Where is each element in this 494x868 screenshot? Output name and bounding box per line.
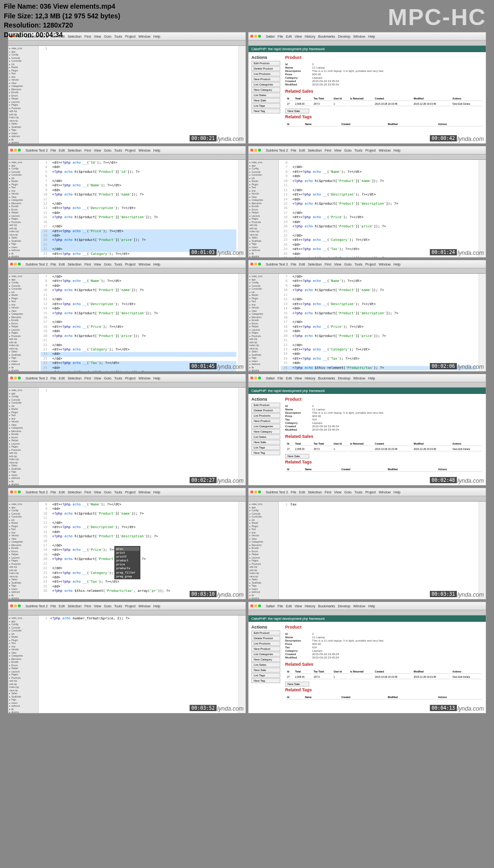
menu-item[interactable]: Project xyxy=(125,604,136,608)
menu-item[interactable]: Safari xyxy=(266,35,274,38)
code-line[interactable]: 9 <dd> xyxy=(281,174,477,179)
menu-item[interactable]: Window xyxy=(379,490,391,494)
code-line[interactable]: 17 </dd> xyxy=(41,224,236,229)
autocomplete-item[interactable]: preg_filter xyxy=(115,571,139,574)
code-line[interactable]: 24 <dt><?php echo __('Tax'); ?></dt> xyxy=(41,580,236,584)
code-line[interactable]: 19 <dd> xyxy=(41,234,236,238)
menu-item[interactable]: Bookmarks xyxy=(318,604,335,608)
menu-item[interactable]: Edit xyxy=(59,149,65,152)
maximize-icon[interactable] xyxy=(258,149,261,152)
code-line[interactable]: 15 <?php echo h($product['Product']['des… xyxy=(41,215,236,220)
code-line[interactable]: 6 xyxy=(41,174,236,179)
code-line[interactable]: 14 <dd> xyxy=(281,197,477,202)
code-line[interactable]: 20 <?php echo h($product['Product']['pri… xyxy=(281,224,477,229)
code-editor[interactable]: 7 </dd>8 <dt><?php echo __('Name'); ?></… xyxy=(279,274,479,372)
menu-item[interactable]: Edit xyxy=(286,604,292,608)
menu-item[interactable]: Goto xyxy=(344,263,352,266)
code-editor[interactable]: 7 </dd>8 <dt><?php echo __('Name'); ?></… xyxy=(39,274,238,372)
code-line[interactable]: 15 <?php echo h($product['Product']['des… xyxy=(281,202,477,206)
menu-item[interactable]: Edit xyxy=(299,149,305,152)
menu-item[interactable]: Goto xyxy=(344,490,352,494)
action-link[interactable]: Delete Product xyxy=(251,408,280,413)
menu-item[interactable]: View xyxy=(334,263,342,266)
code-line[interactable]: 9 <dd> xyxy=(41,284,236,288)
menu-item[interactable]: Project xyxy=(365,149,376,152)
code-line[interactable]: 7 </dd> xyxy=(41,275,236,279)
code-line[interactable]: 18 <dt><?php echo __('Price'); ?></dt> xyxy=(41,325,236,329)
maximize-icon[interactable] xyxy=(18,263,21,266)
code-line[interactable]: 24 <dd> xyxy=(281,352,477,356)
menu-item[interactable]: History xyxy=(305,604,316,608)
file-tree[interactable]: ▸ cake_cms▸ app▸ Config▸ Console▸ Contro… xyxy=(8,274,39,372)
code-line[interactable]: 13 <dt><?php echo __('Description'); ?><… xyxy=(281,193,477,197)
code-line[interactable]: 27 xyxy=(281,370,477,372)
menu-item[interactable]: Project xyxy=(125,490,136,494)
menu-item[interactable]: Tools xyxy=(355,490,362,494)
minimize-icon[interactable] xyxy=(14,604,17,607)
code-line[interactable]: 19 <dd> xyxy=(41,329,236,334)
menu-item[interactable]: Help xyxy=(368,604,375,608)
code-line[interactable]: 12 </dd> xyxy=(281,297,477,302)
code-line[interactable]: 13 <dt><?php echo __('Description'); ?><… xyxy=(41,302,236,307)
file-tree[interactable]: ▸ cake_cms▸ app▸ Config▸ Console▸ Contro… xyxy=(8,388,39,486)
maximize-icon[interactable] xyxy=(258,35,261,38)
code-line[interactable]: 9 <dd> xyxy=(281,284,477,288)
code-line[interactable]: 26 <?php echo h($product['Product']['pri… xyxy=(281,256,477,258)
code-line[interactable]: 20 <?php echo h($product['Product']['pri… xyxy=(281,334,477,338)
action-link[interactable]: Edit Product xyxy=(251,630,280,635)
close-icon[interactable] xyxy=(250,35,253,38)
action-link[interactable]: List Products xyxy=(251,413,280,418)
code-line[interactable]: 12 </dd> xyxy=(41,202,236,206)
code-line[interactable]: 24 <dd> xyxy=(281,243,477,247)
menu-item[interactable]: Selection xyxy=(68,377,82,380)
autocomplete-item[interactable]: products xyxy=(115,566,139,570)
code-line[interactable]: 8 <dt><?php echo __('Name'); ?></dt> xyxy=(41,279,236,283)
new-sale-button[interactable]: New Sale xyxy=(285,682,309,686)
menu-item[interactable]: Selection xyxy=(68,604,82,608)
code-editor[interactable]: 3 <dt><?php echo __('Id'); ?></dt>4 <dd>… xyxy=(39,160,238,258)
code-line[interactable]: 23 </dd> xyxy=(41,357,236,361)
close-icon[interactable] xyxy=(10,377,13,379)
code-line[interactable]: 11 xyxy=(41,293,236,297)
menu-item[interactable]: Tools xyxy=(355,149,362,152)
close-icon[interactable] xyxy=(250,604,253,607)
menu-item[interactable]: Goto xyxy=(104,490,111,494)
autocomplete-item[interactable]: preg_grep xyxy=(115,574,139,578)
menu-item[interactable]: View xyxy=(295,604,302,608)
code-line[interactable]: 15 <?php echo h($product['Product']['des… xyxy=(281,311,477,316)
code-line[interactable]: 22 </dd> xyxy=(281,234,477,238)
code-line[interactable]: 12 </dd> xyxy=(41,521,236,525)
minimap[interactable] xyxy=(479,160,486,258)
action-link[interactable]: New Product xyxy=(251,646,280,651)
code-line[interactable]: 14 <dd> xyxy=(41,307,236,311)
file-tree[interactable]: ▸ cake_cms▸ app▸ Config▸ Console▸ Contro… xyxy=(248,502,279,600)
code-line[interactable]: 8 <dt><?php echo __('Name'); ?></dt> xyxy=(281,170,477,174)
code-line[interactable]: 22 </dd> xyxy=(41,343,236,348)
menu-item[interactable]: Window xyxy=(379,149,391,152)
menu-item[interactable]: Window xyxy=(138,377,151,380)
menu-item[interactable]: File xyxy=(51,604,56,608)
autocomplete-item[interactable]: printf xyxy=(115,555,139,559)
tree-item[interactable]: ▸ plugins xyxy=(249,255,277,258)
code-line[interactable]: 18 <dt><?php echo __('Price'); ?></dt> xyxy=(281,215,477,220)
action-link[interactable]: Delete Product xyxy=(251,636,280,641)
minimize-icon[interactable] xyxy=(14,490,17,493)
menu-item[interactable]: Sublime Text 2 xyxy=(266,149,288,152)
menu-item[interactable]: Safari xyxy=(266,604,274,608)
action-link[interactable]: New Sale xyxy=(251,668,280,672)
menu-item[interactable]: History xyxy=(305,377,316,380)
maximize-icon[interactable] xyxy=(258,604,261,607)
menu-item[interactable]: Project xyxy=(365,490,376,494)
code-line[interactable]: 26 <?php echo h($product['Product']['pri… xyxy=(41,370,236,372)
code-line[interactable]: 21 xyxy=(41,243,236,247)
action-link[interactable]: List Products xyxy=(251,641,280,646)
row-action[interactable]: Edit xyxy=(458,675,463,678)
maximize-icon[interactable] xyxy=(258,490,261,493)
code-line[interactable]: 9 <dd> xyxy=(41,188,236,193)
code-editor[interactable]: 6 7 </dd>8 <dt><?php echo __('Name'); ?>… xyxy=(279,160,479,258)
minimap[interactable] xyxy=(238,274,246,372)
autocomplete-item[interactable]: price xyxy=(115,562,139,566)
minimize-icon[interactable] xyxy=(254,35,257,38)
menu-item[interactable]: Edit xyxy=(299,490,305,494)
row-action[interactable]: Edit xyxy=(458,102,463,105)
